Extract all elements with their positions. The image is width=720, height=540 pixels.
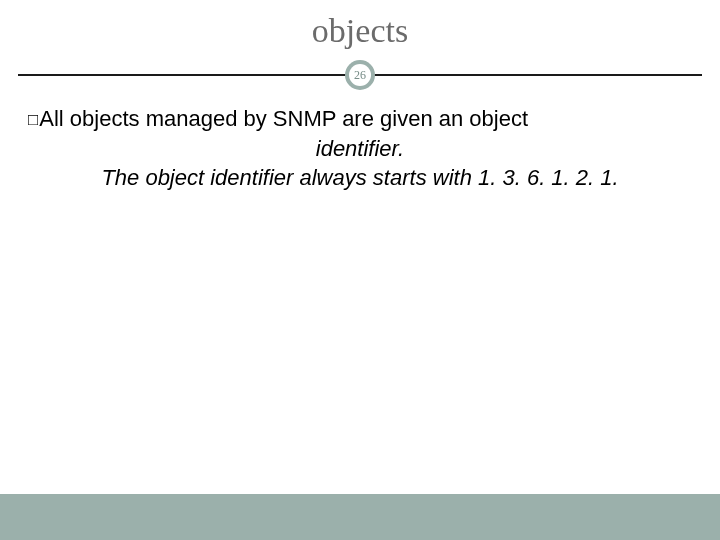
divider: 26 [0,60,720,90]
body-line-2: identifier. [28,134,692,164]
content-area: □All objects managed by SNMP are given a… [0,90,720,193]
body-line-3: The object identifier always starts with… [28,163,692,193]
page-number: 26 [349,64,371,86]
page-badge: 26 [345,60,375,90]
square-bullet-icon: □ [28,109,38,132]
footer-bar [0,494,720,540]
body-line-1: □All objects managed by SNMP are given a… [28,104,692,134]
slide: objects 26 □All objects managed by SNMP … [0,0,720,540]
body-line-1-text: All objects managed by SNMP are given an… [39,106,528,131]
slide-title: objects [0,0,720,60]
